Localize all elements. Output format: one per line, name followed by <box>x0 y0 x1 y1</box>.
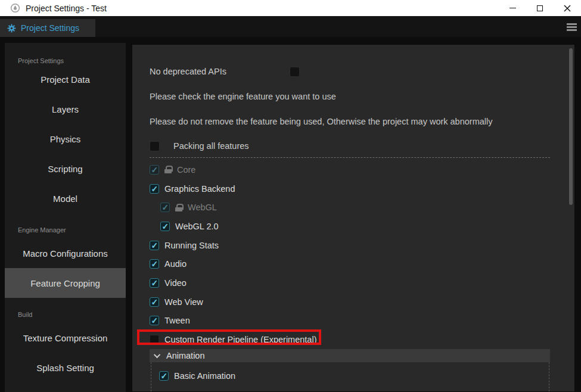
section-label-project-settings: Project Settings <box>5 43 126 64</box>
sidebar-item-layers[interactable]: Layers <box>5 94 126 124</box>
lock-icon <box>164 166 172 173</box>
gear-icon <box>7 24 16 33</box>
basic-animation-checkbox[interactable] <box>159 371 169 381</box>
feature-row-tween: Tween <box>150 312 550 331</box>
feature-row-graphics-backend: Graphics Backend <box>150 179 550 198</box>
minimize-icon <box>509 8 516 8</box>
menu-icon[interactable] <box>567 23 577 31</box>
chevron-down-icon <box>154 351 160 358</box>
window-title: Project Settings - Test <box>26 4 107 13</box>
web-view-checkbox[interactable] <box>150 297 159 307</box>
maximize-icon <box>537 5 543 11</box>
tab-bar: Project Settings <box>0 16 581 37</box>
feature-label: Running Stats <box>164 241 219 250</box>
feature-row-webgl: WebGL <box>150 198 550 217</box>
running-stats-checkbox[interactable] <box>150 241 159 250</box>
animation-group-label: Animation <box>166 351 204 360</box>
feature-cropping-panel: No deprecated APIs Please check the engi… <box>132 44 575 392</box>
close-icon <box>564 5 571 12</box>
feature-list: Core Graphics Backend WebGL WebGL 2.0 Ru… <box>150 160 550 392</box>
feature-row-webgl2: WebGL 2.0 <box>150 217 550 236</box>
core-checkbox[interactable] <box>150 165 159 175</box>
feature-label: Basic Animation <box>174 371 235 381</box>
sidebar-item-project-data[interactable]: Project Data <box>5 64 126 94</box>
sidebar-item-scripting[interactable]: Scripting <box>5 154 126 183</box>
feature-label: Audio <box>164 259 187 269</box>
packing-all-features-checkbox[interactable] <box>150 141 160 151</box>
no-deprecated-apis-label: No deprecated APIs <box>150 67 290 76</box>
sidebar-item-physics[interactable]: Physics <box>5 124 126 154</box>
feature-row-core: Core <box>150 160 550 179</box>
cocos-logo-icon <box>10 3 20 13</box>
no-deprecated-apis-checkbox[interactable] <box>290 67 300 77</box>
animation-group-items: Basic Animation Skeletal Animation <box>150 362 550 392</box>
feature-label: Custom Render Pipeline (Experimental) <box>164 335 316 344</box>
feature-label: Tween <box>164 316 190 325</box>
feature-row-video: Video <box>150 273 550 293</box>
close-button[interactable] <box>554 0 581 16</box>
feature-label: Graphics Backend <box>164 184 235 194</box>
lock-icon <box>175 204 182 211</box>
section-label-engine-manager: Engine Manager <box>5 213 126 234</box>
no-deprecated-apis-row: No deprecated APIs <box>150 66 548 77</box>
section-label-build: Build <box>5 298 126 318</box>
feature-label: WebGL <box>188 203 217 212</box>
feature-label: WebGL 2.0 <box>175 222 219 231</box>
feature-row-basic-animation: Basic Animation <box>150 365 550 387</box>
feature-row-audio: Audio <box>150 254 550 273</box>
dashed-separator <box>150 157 550 158</box>
tab-project-settings[interactable]: Project Settings <box>0 19 95 37</box>
graphics-backend-checkbox[interactable] <box>150 184 159 194</box>
sidebar-item-texture-compression[interactable]: Texture Compression <box>5 323 126 353</box>
tab-label: Project Settings <box>21 23 79 33</box>
sidebar-item-model[interactable]: Model <box>5 183 126 213</box>
audio-checkbox[interactable] <box>150 259 159 269</box>
vertical-scrollbar-thumb[interactable] <box>569 48 573 205</box>
sidebar-item-macro-configurations[interactable]: Macro Configurations <box>5 238 126 268</box>
tween-checkbox[interactable] <box>150 316 159 325</box>
feature-label: Core <box>177 165 195 175</box>
feature-row-web-view: Web View <box>150 293 550 312</box>
packing-all-features-label: Packing all features <box>173 141 249 151</box>
hint-check-feature: Please check the engine feature you want… <box>150 92 336 101</box>
sidebar-item-feature-cropping[interactable]: Feature Cropping <box>5 268 126 298</box>
project-settings-window: Project Settings - Test <box>0 0 581 392</box>
feature-label: Web View <box>164 297 203 307</box>
sidebar-item-splash-setting[interactable]: Splash Setting <box>5 353 126 382</box>
packing-all-features-row: Packing all features <box>150 141 249 151</box>
webgl2-checkbox[interactable] <box>160 222 170 231</box>
maximize-button[interactable] <box>526 0 554 16</box>
custom-render-pipeline-checkbox[interactable] <box>150 335 159 344</box>
hint-do-not-remove: Please do not remove the feature being u… <box>150 117 492 126</box>
feature-row-running-stats: Running Stats <box>150 236 550 255</box>
settings-sidebar: Project Settings Project Data Layers Phy… <box>5 43 126 392</box>
webgl-checkbox[interactable] <box>160 203 170 212</box>
feature-row-custom-render-pipeline: Custom Render Pipeline (Experimental) <box>150 330 550 349</box>
feature-row-skeletal-animation-cutoff: Skeletal Animation <box>150 387 550 392</box>
video-checkbox[interactable] <box>150 278 159 288</box>
animation-group-header[interactable]: Animation <box>150 349 550 362</box>
minimize-button[interactable] <box>499 0 526 16</box>
titlebar: Project Settings - Test <box>0 0 581 16</box>
feature-label: Video <box>164 278 187 288</box>
